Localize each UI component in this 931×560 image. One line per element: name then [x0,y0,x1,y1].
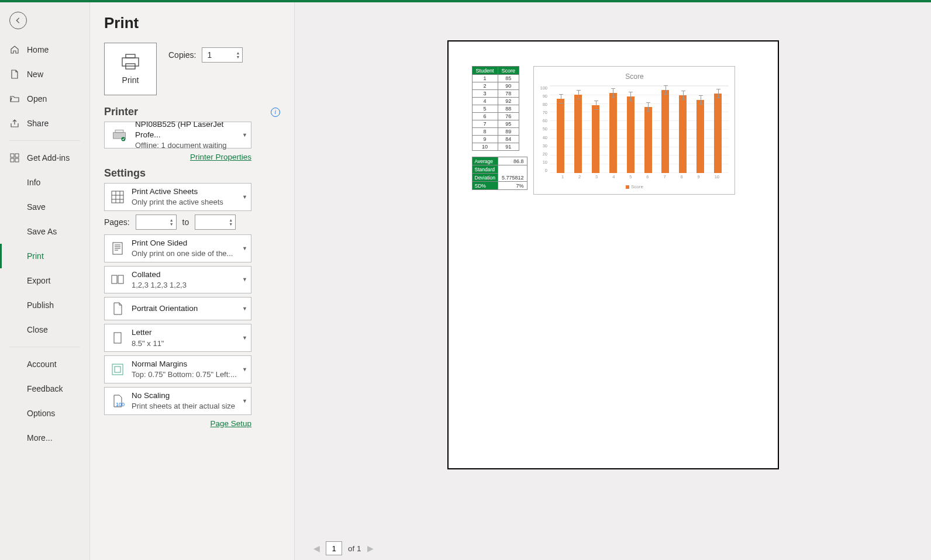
copies-spinner[interactable]: 1 ▲▼ [202,47,243,63]
back-button[interactable] [9,12,27,29]
collate-selector[interactable]: Collated 1,2,3 1,2,3 1,2,3 ▼ [104,266,251,294]
next-page-button[interactable]: ▶ [367,544,374,553]
orientation-selector[interactable]: Portrait Orientation ▼ [104,297,251,320]
print-what-selector[interactable]: Print Active Sheets Only print the activ… [104,183,251,211]
nav-info[interactable]: Info [0,170,89,195]
chevron-down-icon: ▼ [242,246,247,251]
spinner-arrows-icon[interactable]: ▲▼ [170,218,174,226]
setting-desc: Only print on one side of the... [132,248,233,259]
nav-account[interactable]: Account [0,352,89,376]
sides-selector[interactable]: Print One Sided Only print on one side o… [104,234,251,262]
preview-data-table: StudentScore1852903784925886767958899841… [472,66,528,195]
pages-from-spinner[interactable]: ▲▼ [136,215,177,230]
addins-icon [9,153,20,163]
nav-print[interactable]: Print [0,244,89,268]
svg-rect-4 [126,54,135,58]
nav-share[interactable]: Share [0,111,89,136]
sheets-icon [109,189,126,205]
page-setup-link[interactable]: Page Setup [210,419,251,428]
chevron-down-icon: ▼ [242,276,247,282]
nav-home[interactable]: Home [0,37,89,62]
nav-new[interactable]: New [0,62,89,87]
nav-label: More... [27,433,53,443]
chevron-down-icon: ▼ [242,335,247,341]
setting-title: Portrait Orientation [132,303,198,314]
printer-section-title: Printer [104,106,138,118]
margins-selector[interactable]: Normal Margins Top: 0.75" Bottom: 0.75" … [104,355,251,383]
page-navigation: ◀ of 1 ▶ [295,537,931,560]
chevron-down-icon: ▼ [242,132,247,138]
printer-selector[interactable]: NPI08B525 (HP LaserJet Profe... Offline:… [104,122,251,148]
nav-feedback[interactable]: Feedback [0,376,89,401]
nav-save[interactable]: Save [0,195,89,219]
paper-size-selector[interactable]: Letter 8.5" x 11" ▼ [104,324,251,352]
printer-name: NPI08B525 (HP LaserJet Profe... [135,119,246,140]
nav-options[interactable]: Options [0,401,89,426]
svg-rect-13 [118,275,123,284]
printer-info-icon[interactable]: i [271,108,280,117]
pages-to-label: to [182,217,189,227]
spinner-arrows-icon[interactable]: ▲▼ [229,218,233,226]
pages-to-spinner[interactable]: ▲▼ [195,215,236,230]
scaling-selector[interactable]: 100 No Scaling Print sheets at their act… [104,387,251,415]
nav-more[interactable]: More... [0,426,89,450]
margins-icon [109,361,126,378]
printer-icon [120,53,140,71]
nav-open[interactable]: Open [0,87,89,111]
back-arrow-icon [14,16,22,25]
chevron-down-icon: ▼ [242,398,247,404]
nav-label: Info [27,178,40,187]
setting-title: No Scaling [132,390,235,401]
nav-save-as[interactable]: Save As [0,219,89,244]
printer-status: Offline: 1 document waiting [135,140,240,151]
share-icon [9,118,20,129]
spinner-arrows-icon[interactable]: ▲▼ [236,51,240,59]
nav-publish[interactable]: Publish [0,293,89,317]
current-page-input[interactable] [326,541,342,555]
nav-label: Print [27,251,44,261]
nav-export[interactable]: Export [0,268,89,293]
printer-properties-link[interactable]: Printer Properties [190,153,251,161]
setting-desc: Top: 0.75" Bottom: 0.75" Left:... [132,369,237,380]
setting-title: Normal Margins [132,359,237,369]
page-title: Print [104,14,280,32]
open-icon [9,94,20,104]
setting-title: Letter [132,327,164,338]
setting-desc: 8.5" x 11" [132,338,164,349]
home-icon [9,44,20,55]
svg-rect-14 [114,333,121,343]
svg-rect-2 [11,158,14,162]
print-settings-panel: Print Print Copies: 1 ▲▼ Printer i [90,2,295,560]
pages-label: Pages: [104,217,130,227]
nav-label: Options [27,409,55,418]
chevron-down-icon: ▼ [242,306,247,312]
one-sided-icon [109,240,126,257]
svg-rect-5 [122,58,139,66]
nav-label: Account [27,359,57,369]
svg-rect-16 [115,367,120,372]
setting-title: Print Active Sheets [132,186,223,197]
nav-label: Home [27,45,49,54]
setting-desc: Only print the active sheets [132,197,223,208]
svg-rect-12 [112,275,117,284]
chart-title: Score [540,72,729,81]
nav-label: Get Add-ins [27,153,70,163]
scaling-icon: 100 [109,393,126,409]
nav-get-addins[interactable]: Get Add-ins [0,146,89,170]
portrait-icon [109,300,126,317]
svg-rect-10 [112,191,123,203]
preview-chart: Score 1009080706050403020100 12345678910… [533,66,735,195]
print-button[interactable]: Print [104,43,157,95]
settings-section-title: Settings [104,167,146,179]
svg-rect-1 [15,154,19,157]
svg-rect-3 [15,158,19,162]
print-button-label: Print [122,75,139,85]
nav-label: New [27,70,43,79]
nav-label: Save [27,202,46,212]
nav-label: Publish [27,300,54,310]
setting-desc: Print sheets at their actual size [132,401,235,412]
nav-label: Feedback [27,384,63,393]
page-count-label: of 1 [348,544,361,553]
nav-close[interactable]: Close [0,317,89,342]
prev-page-button[interactable]: ◀ [313,544,320,553]
